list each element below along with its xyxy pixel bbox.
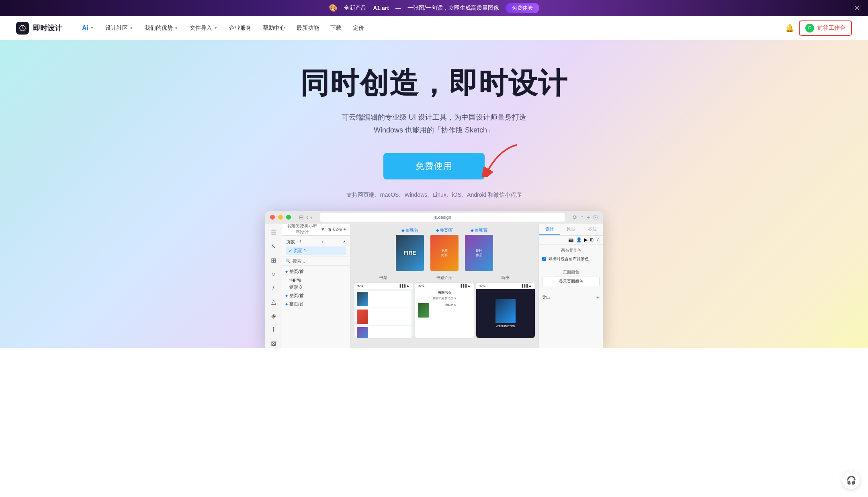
- zoom-plus-icon[interactable]: +: [344, 227, 346, 232]
- phone-content-2: 云南书虫 我的书架 传达所传 森林之火: [415, 289, 474, 338]
- frame-3-text: 整页/百: [475, 228, 488, 233]
- section-listen-label: 听书: [476, 275, 535, 281]
- image-icon[interactable]: ⊠: [269, 338, 278, 348]
- select-icon[interactable]: ↖: [269, 241, 278, 252]
- browser-close-dot[interactable]: [270, 215, 275, 220]
- panel-tab-prototype[interactable]: 原型: [560, 224, 581, 235]
- pages-count: 页数：1: [286, 239, 302, 245]
- phone-time-2: 9:41: [418, 284, 425, 287]
- panel-tab-annotation[interactable]: 标注: [581, 224, 603, 235]
- frame-2-icon: ◆: [436, 228, 439, 232]
- browser-action-4[interactable]: ⊡: [593, 214, 598, 220]
- text-icon[interactable]: T: [270, 324, 277, 335]
- nav-item-download[interactable]: 下载: [326, 22, 346, 34]
- browser-action-3[interactable]: +: [587, 214, 590, 220]
- triangle-icon[interactable]: △: [270, 296, 278, 307]
- layer-4-label: 整页/首: [289, 293, 304, 299]
- book-cover-2: 书籍封面: [430, 235, 459, 271]
- logo-area[interactable]: 即时设计: [16, 22, 62, 35]
- pages-collapse-icon[interactable]: ∧: [343, 239, 346, 244]
- panel-tab-design[interactable]: 设计: [539, 224, 560, 235]
- nav-ai-chevron-icon: ▼: [90, 26, 94, 30]
- panel-user-icon[interactable]: 👤: [576, 237, 582, 242]
- browser-action-1[interactable]: ⟳: [573, 214, 577, 220]
- phone-signal-2: ▐▐▐ ▲: [460, 284, 471, 287]
- notification-bell-icon[interactable]: 🔔: [785, 24, 794, 33]
- page-color-section: 页面颜色 显示页面颜色: [539, 266, 603, 289]
- nav-item-advantage[interactable]: 我们的优势 ▼: [141, 22, 182, 34]
- layer-item-5[interactable]: ◆ 整页/首: [282, 300, 350, 308]
- frame-1-icon: ◆: [401, 228, 405, 232]
- phone-signal-1: ▐▐▐ ▲: [399, 284, 409, 287]
- hero-title: 同时创造，即时设计: [300, 64, 568, 103]
- layers-panel: 书籍阅读类小程序设计 ▼ ◑ 62% + 页数：1 + ∧: [282, 224, 350, 348]
- nav-enterprise-label: 企业服务: [229, 24, 252, 32]
- browser-maximize-dot[interactable]: [286, 215, 291, 220]
- page-item-1[interactable]: ✓ 页面 1: [286, 246, 346, 255]
- browser-forward-icon[interactable]: ›: [311, 214, 313, 220]
- canvas-bg-checkbox-icon[interactable]: ✓: [542, 257, 546, 261]
- file-dropdown-icon[interactable]: ▼: [321, 227, 325, 232]
- layer-item-3[interactable]: 矩形 8: [282, 283, 350, 291]
- book-cover-1: FIRE: [396, 235, 424, 271]
- layer-item-2[interactable]: 6.jpeg: [282, 276, 350, 283]
- goto-workspace-button[interactable]: G 前往工作台: [799, 20, 852, 36]
- panel-play-icon[interactable]: ▶: [584, 237, 588, 242]
- book-item-1: [356, 291, 411, 308]
- panel-grid-icon[interactable]: ⊞: [590, 237, 594, 242]
- goto-workspace-label: 前往工作台: [817, 24, 845, 32]
- banner-close-button[interactable]: ✕: [854, 4, 860, 12]
- browser-layout-icon: ⊟: [299, 214, 304, 220]
- layer-2-label: 6.jpeg: [289, 277, 301, 282]
- nav-advantage-chevron-icon: ▼: [174, 26, 178, 30]
- export-add-icon[interactable]: +: [596, 294, 600, 301]
- banner-separator: —: [395, 5, 401, 11]
- frame-1-label: ◆ 整页/首: [401, 228, 419, 233]
- nav-import-chevron-icon: ▼: [214, 26, 218, 30]
- pages-add-icon[interactable]: +: [321, 239, 323, 244]
- nav-item-help[interactable]: 帮助中心: [259, 22, 289, 34]
- free-use-button[interactable]: 免费使用: [383, 153, 485, 179]
- layer-item-1[interactable]: ◆ 整页/首: [282, 267, 350, 276]
- phone-statusbar-1: 9:41 ▐▐▐ ▲: [354, 283, 413, 289]
- mode-icon[interactable]: ◑: [328, 227, 332, 232]
- phone-statusbar-2: 9:41 ▐▐▐ ▲: [415, 283, 474, 289]
- panel-photo-icon[interactable]: 📷: [568, 237, 574, 242]
- nav-import-label: 文件导入: [190, 24, 212, 32]
- fill-icon[interactable]: ◈: [270, 310, 278, 321]
- layer-items: ◆ 整页/首 6.jpeg 矩形 8 ◆ 整页/首: [282, 266, 350, 310]
- pen-icon[interactable]: /: [271, 283, 276, 293]
- canvas-bg-option-label: 导出时包含画布背景色: [549, 256, 589, 262]
- browser-minimize-dot[interactable]: [278, 215, 283, 220]
- browser-action-2[interactable]: ↑: [581, 214, 583, 220]
- menu-icon[interactable]: ☰: [269, 227, 278, 238]
- browser-back-icon[interactable]: ‹: [306, 214, 308, 220]
- layer-3-label: 矩形 8: [289, 284, 302, 290]
- frame-icon[interactable]: ⊞: [269, 255, 278, 266]
- book-list-2: 森林之火: [417, 302, 472, 319]
- search-bar: 🔍 ⋮: [282, 257, 350, 266]
- nav-item-ai[interactable]: Ai ▼: [78, 22, 98, 34]
- nav-pricing-label: 定价: [353, 24, 364, 32]
- canvas-bg-checkbox: ✓ 导出时包含画布背景色: [542, 255, 600, 263]
- layer-item-4[interactable]: ◆ 整页/首: [282, 291, 350, 300]
- address-bar[interactable]: js.design: [320, 213, 564, 222]
- section-intro-label: 书籍介绍: [415, 275, 474, 281]
- support-text: 支持网页端、macOS、Windows、Linux、iOS、Android 和微…: [346, 191, 522, 199]
- banner-cta-button[interactable]: 免费体验: [506, 3, 539, 13]
- canvas-area: ◆ 整页/首 FIRE ◆: [350, 224, 538, 348]
- export-title: 导出: [542, 295, 550, 300]
- section-listen: 听书 9:41 ▐▐▐ ▲ WASHINGTON: [476, 275, 535, 338]
- shape-circle-icon[interactable]: ○: [270, 269, 277, 279]
- pages-header: 页数：1 + ∧: [286, 237, 346, 246]
- panel-actions: 📷 👤 ▶ ⊞ ✓: [539, 236, 603, 244]
- nav-item-community[interactable]: 设计社区 ▼: [101, 22, 137, 34]
- show-page-color-button[interactable]: 显示页面颜色: [542, 277, 600, 286]
- nav-item-enterprise[interactable]: 企业服务: [225, 22, 256, 34]
- layer-search-input[interactable]: [293, 259, 348, 263]
- nav-item-pricing[interactable]: 定价: [349, 22, 368, 34]
- hero-subtitle-line1: 可云端编辑的专业级 UI 设计工具，为中国设计师量身打造: [342, 113, 526, 121]
- panel-check-icon[interactable]: ✓: [596, 237, 600, 242]
- nav-item-features[interactable]: 最新功能: [293, 22, 323, 34]
- nav-item-import[interactable]: 文件导入 ▼: [186, 22, 222, 34]
